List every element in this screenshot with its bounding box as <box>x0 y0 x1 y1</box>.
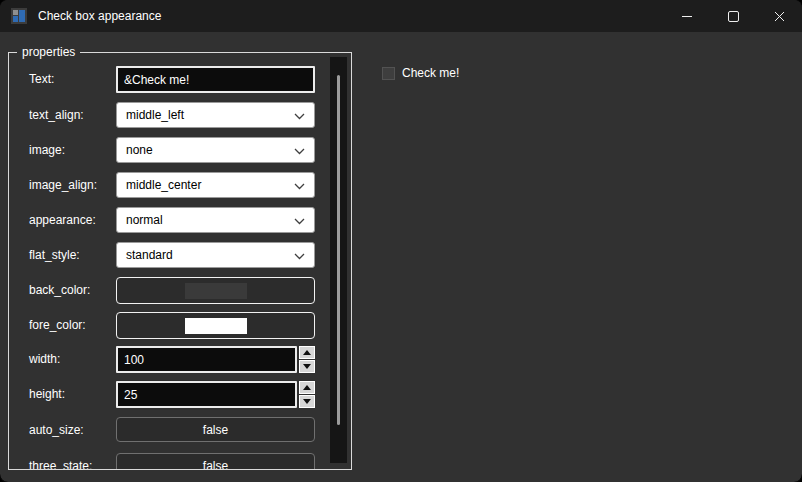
text-align-select[interactable]: middle_left <box>116 102 315 128</box>
arrow-down-icon <box>303 364 311 369</box>
field-row-fore-color: fore_color: <box>9 312 351 339</box>
minimize-button[interactable] <box>664 0 710 32</box>
fore-color-button[interactable] <box>116 312 315 339</box>
close-button[interactable] <box>756 0 802 32</box>
window-title: Check box appearance <box>38 9 161 23</box>
field-label: image: <box>29 137 65 164</box>
close-icon <box>774 11 785 22</box>
field-label: width: <box>29 346 60 373</box>
chevron-down-icon <box>294 218 305 225</box>
fore-color-swatch <box>185 318 247 334</box>
checkbox-label: Check me! <box>402 66 459 80</box>
field-label: image_align: <box>29 172 97 199</box>
back-color-swatch <box>185 283 247 299</box>
chevron-down-icon <box>294 148 305 155</box>
properties-groupbox: properties Text: text_align: middle_left <box>8 52 352 470</box>
arrow-up-icon <box>303 350 311 355</box>
field-row-appearance: appearance: normal <box>9 207 351 234</box>
field-label: height: <box>29 381 65 408</box>
field-row-width: width: <box>9 346 351 373</box>
app-icon <box>11 8 27 24</box>
field-row-flat-style: flat_style: standard <box>9 242 351 269</box>
image-align-select[interactable]: middle_center <box>116 172 315 198</box>
scrollbar-thumb[interactable] <box>337 75 340 425</box>
arrow-down-icon <box>303 399 311 404</box>
auto-size-toggle-button[interactable]: false <box>116 417 315 442</box>
field-label: auto_size: <box>29 417 84 444</box>
field-row-text: Text: <box>9 66 351 93</box>
height-input[interactable] <box>116 381 297 408</box>
selected-value: middle_center <box>126 178 201 192</box>
field-row-auto-size: auto_size: false <box>9 417 351 444</box>
spin-down-button[interactable] <box>299 395 315 408</box>
field-row-image-align: image_align: middle_center <box>9 172 351 199</box>
minimize-icon <box>682 16 692 17</box>
arrow-up-icon <box>303 385 311 390</box>
selected-value: normal <box>126 213 163 227</box>
properties-rows: Text: text_align: middle_left <box>9 53 351 469</box>
width-spinner <box>299 346 315 373</box>
back-color-button[interactable] <box>116 277 315 304</box>
field-label: text_align: <box>29 102 84 129</box>
height-spinner <box>299 381 315 408</box>
chevron-down-icon <box>294 183 305 190</box>
app-window: Check box appearance properties Text: <box>0 0 802 482</box>
selected-value: standard <box>126 248 173 262</box>
field-row-text-align: text_align: middle_left <box>9 102 351 129</box>
field-label: flat_style: <box>29 242 80 269</box>
checkbox-box[interactable] <box>382 67 395 80</box>
checkbox-preview[interactable]: Check me! <box>382 66 459 80</box>
selected-value: none <box>126 143 153 157</box>
field-row-back-color: back_color: <box>9 277 351 304</box>
window-controls <box>664 0 802 32</box>
maximize-icon <box>728 11 739 22</box>
field-label: appearance: <box>29 207 96 234</box>
image-select[interactable]: none <box>116 137 315 163</box>
three-state-toggle-button[interactable]: false <box>116 453 315 469</box>
field-label: fore_color: <box>29 312 86 339</box>
spin-down-button[interactable] <box>299 360 315 373</box>
main-content: properties Text: text_align: middle_left <box>0 32 802 482</box>
field-row-three-state: three_state: false <box>9 453 351 469</box>
field-label: Text: <box>29 66 54 93</box>
field-label: back_color: <box>29 277 90 304</box>
field-row-height: height: <box>9 381 351 408</box>
maximize-button[interactable] <box>710 0 756 32</box>
flat-style-select[interactable]: standard <box>116 242 315 268</box>
spin-up-button[interactable] <box>299 346 315 359</box>
appearance-select[interactable]: normal <box>116 207 315 233</box>
width-input[interactable] <box>116 346 297 373</box>
chevron-down-icon <box>294 113 305 120</box>
titlebar: Check box appearance <box>0 0 802 32</box>
field-row-image: image: none <box>9 137 351 164</box>
field-label: three_state: <box>29 453 92 469</box>
chevron-down-icon <box>294 253 305 260</box>
text-input[interactable] <box>116 66 315 93</box>
properties-scrollbar[interactable] <box>330 57 347 463</box>
spin-up-button[interactable] <box>299 381 315 394</box>
selected-value: middle_left <box>126 108 184 122</box>
